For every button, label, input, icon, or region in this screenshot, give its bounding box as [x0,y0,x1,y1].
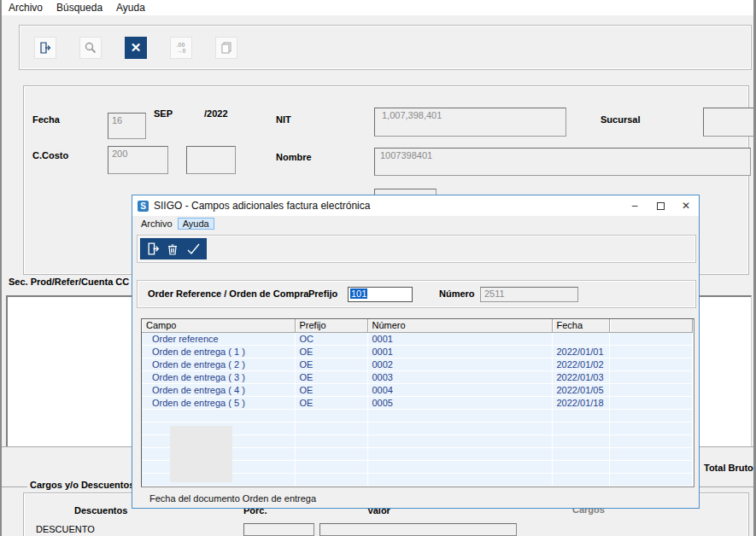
fecha-month-label: SEP [154,108,173,119]
descuento-porc-field[interactable] [243,523,314,536]
table-cell: 2022/01/18 [552,396,609,409]
main-toolbar: ✕ .00 →0 [19,25,752,70]
table-cell [552,460,609,473]
table-cell [609,447,692,460]
nombre-field: 1007398401 [374,148,751,176]
table-cell [609,460,692,473]
exit-button[interactable] [34,37,56,59]
minimize-button[interactable]: – [622,195,648,216]
nit-label: NIT [276,114,291,125]
order-reference-label: Order Reference / Orden de Compra [148,288,308,299]
table-cell [552,473,609,486]
col-numero[interactable]: Número [367,319,552,332]
table-cell: OE [295,345,367,358]
descuento-valor-field[interactable] [319,523,517,536]
exit-door-icon [38,41,52,55]
dialog-toolbar-panel [140,238,207,259]
dialog-menu-archivo[interactable]: Archivo [136,218,178,230]
main-menubar: Archivo Búsqueda Ayuda [2,0,753,15]
total-bruto-label: Total Bruto [704,463,753,473]
table-cell [609,396,692,409]
dialog-menubar: Archivo Ayuda [132,216,699,231]
table-cell: OE [295,383,367,396]
table-cell: 0002 [367,358,552,370]
col-fecha[interactable]: Fecha [552,319,609,332]
table-cell [295,447,367,460]
fecha-day-field: 16 [108,113,146,139]
table-cell [552,409,609,422]
table-cell [609,358,692,370]
table-cell: 0001 [367,345,552,358]
table-cell [552,447,609,460]
table-cell [609,473,692,486]
table-cell [367,409,552,422]
items-grid-header: Sec. Prod/Refer/Cuenta CC [9,277,129,287]
menu-busqueda[interactable]: Búsqueda [50,0,109,15]
table-cell [609,332,692,345]
table-cell [552,332,609,345]
ccosto-sub-field [186,146,236,174]
siigo-logo-icon: S [138,201,149,212]
prefijo-input[interactable]: 101 [348,287,413,302]
decimals-icon: .00 →0 [177,42,186,54]
table-cell [609,422,692,434]
maximize-icon [657,202,665,210]
table-cell: 2022/01/02 [552,358,609,370]
table-cell [367,422,552,434]
table-cell: 0001 [367,332,552,345]
dialog-toolbar [137,235,696,263]
dialog-menu-ayuda[interactable]: Ayuda [178,218,214,230]
table-row[interactable]: Orden de entrega ( 3 )OE00032022/01/03 [142,370,692,383]
sucursal-field [703,108,756,137]
campos-table: Campo Prefijo Número Fecha Order referen… [141,318,694,487]
table-cell [295,473,367,486]
table-cell [552,422,609,434]
sucursal-label: Sucursal [601,114,640,125]
table-row[interactable]: Orden de entrega ( 1 )OE00012022/01/01 [142,345,692,358]
col-campo[interactable]: Campo [142,319,295,332]
copy-icon [220,41,233,55]
table-cell: OE [295,370,367,383]
main-window: Archivo Búsqueda Ayuda ✕ [0,0,756,536]
close-document-button[interactable]: ✕ [125,37,147,59]
close-button[interactable]: ✕ [673,195,699,216]
dialog-titlebar[interactable]: S SIIGO - Campos adicionales factura ele… [132,195,699,216]
table-cell: Orden de entrega ( 4 ) [142,383,295,396]
table-cell: 2022/01/01 [552,345,609,358]
menu-ayuda[interactable]: Ayuda [109,0,152,15]
search-icon [84,41,97,55]
ccosto-label: C.Costo [32,150,68,160]
decimals-button: .00 →0 [170,37,192,59]
menu-archivo[interactable]: Archivo [2,0,50,15]
table-cell [367,473,552,486]
table-cell [609,434,692,447]
ccosto-field: 200 [108,146,168,174]
nombre-label: Nombre [276,152,312,162]
table-cell: 0003 [367,370,552,383]
table-cell [609,409,692,422]
col-extra [609,319,692,332]
table-cell: Orden de entrega ( 5 ) [142,396,295,409]
delete-trash-icon[interactable] [166,242,179,256]
confirm-check-icon[interactable] [185,242,201,256]
table-cell: Orden de entrega ( 1 ) [142,345,295,358]
table-cell: 0005 [367,396,552,409]
table-row[interactable]: Orden de entrega ( 2 )OE00022022/01/02 [142,358,692,370]
table-header-row: Campo Prefijo Número Fecha [142,319,692,332]
prefijo-label: Prefijo [308,288,337,299]
table-row[interactable]: Orden de entrega ( 4 )OE00042022/01/05 [142,383,692,396]
table-cell: 2022/01/03 [552,370,609,383]
descuentos-label: Descuentos [74,505,127,516]
table-cell: 0004 [367,383,552,396]
maximize-button[interactable] [648,195,673,216]
col-prefijo[interactable]: Prefijo [295,319,367,332]
table-cell [367,434,552,447]
table-row[interactable]: Orden de entrega ( 5 )OE00052022/01/18 [142,396,692,409]
fecha-year-label: /2022 [204,108,228,119]
table-empty-row [142,409,692,422]
table-cell [609,370,692,383]
table-row[interactable]: Order referenceOC0001 [142,332,692,345]
search-button[interactable] [79,37,102,59]
exit-door-icon[interactable] [146,242,161,256]
table-cell [142,409,295,422]
